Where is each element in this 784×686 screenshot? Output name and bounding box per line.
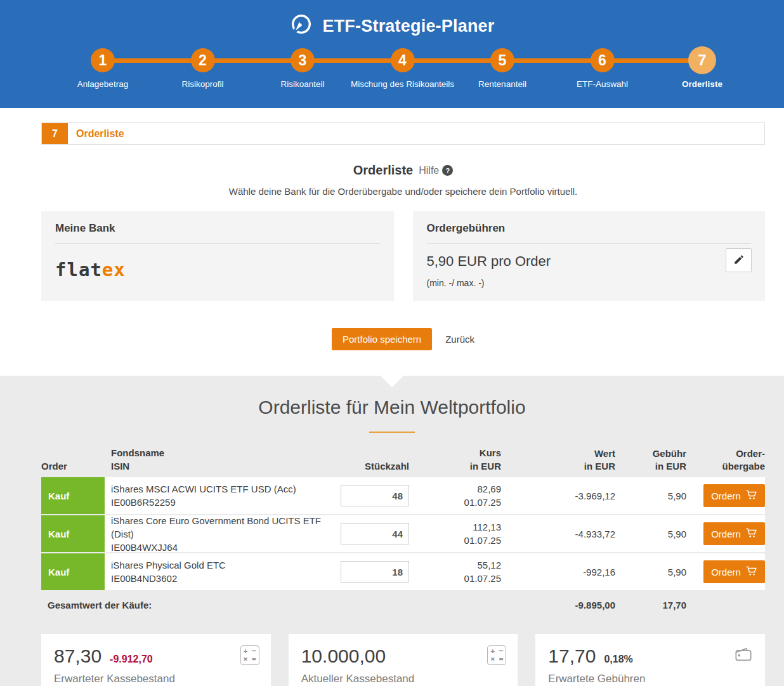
col-header-wert-2: in EUR: [501, 460, 615, 473]
step-etf-auswahl[interactable]: 6 ETF-Auswahl: [555, 48, 650, 89]
total-fee: 17,70: [615, 600, 686, 610]
page-subtitle: Wähle deine Bank für die Orderübergabe u…: [41, 186, 765, 197]
section-header: 7 Orderliste: [41, 122, 765, 145]
col-header-wert-1: Wert: [501, 447, 615, 460]
table-row: Kauf iShares Core Euro Government Bond U…: [41, 515, 765, 552]
order-button[interactable]: Ordern: [703, 560, 765, 583]
order-button-label: Ordern: [711, 567, 741, 577]
table-row: Kauf iShares MSCI ACWI UCITS ETF USD (Ac…: [41, 477, 765, 514]
cart-icon: [746, 527, 757, 541]
order-fees-title: Ordergebühren: [427, 222, 752, 244]
price-date: 01.07.25: [409, 534, 501, 547]
help-link[interactable]: Hilfe ?: [419, 165, 453, 176]
step-circle[interactable]: 1: [91, 48, 115, 72]
help-label: Hilfe: [419, 165, 439, 176]
flatex-logo: flatex: [55, 259, 380, 280]
calculator-icon: + −× =: [487, 645, 506, 665]
col-header-act-2: übergabe: [686, 460, 765, 473]
order-button[interactable]: Ordern: [703, 522, 765, 545]
step-label: Mischung des Risikoanteils: [351, 79, 454, 89]
step-label: Orderliste: [682, 79, 722, 89]
question-mark-icon[interactable]: ?: [442, 165, 453, 176]
price: 55,12: [409, 558, 501, 572]
step-risikoprofil[interactable]: 2 Risikoprofil: [155, 48, 251, 89]
col-header-fund: Fondsname ISIN: [111, 446, 339, 473]
col-header-wert: Wert in EUR: [501, 447, 615, 473]
step-circle[interactable]: 5: [490, 48, 514, 72]
step-circle[interactable]: 6: [591, 48, 615, 72]
buy-badge: Kauf: [41, 477, 105, 514]
pencil-icon: [733, 254, 745, 267]
order-button-label: Ordern: [711, 529, 741, 539]
step-mischung[interactable]: 4 Mischung des Risikoanteils: [355, 48, 450, 89]
section-title: Orderliste: [68, 123, 124, 144]
fee: 5,90: [615, 567, 686, 577]
step-label: Risikoanteil: [280, 79, 324, 89]
expected-fees-card: 17,70 0,18% Erwartete Gebühren: [535, 634, 765, 686]
total-value: -9.895,00: [501, 600, 615, 610]
value: -4.933,72: [501, 529, 615, 539]
fee: 5,90: [615, 529, 686, 539]
quantity-input[interactable]: [341, 561, 409, 583]
page-title: Orderliste: [353, 163, 413, 178]
expected-cash-value: 87,30: [54, 645, 101, 667]
order-table: Order Fondsname ISIN Stückzahl Kurs in E…: [41, 446, 765, 619]
order-fees-box: Ordergebühren 5,90 EUR pro Order (min. -…: [413, 211, 766, 301]
expected-fees-percent: 0,18%: [604, 654, 632, 665]
edit-fee-button[interactable]: [726, 248, 752, 272]
order-button-label: Ordern: [711, 491, 741, 501]
step-orderliste[interactable]: 7 Orderliste: [655, 48, 750, 89]
fund-name: iShares MSCI ACWI UCITS ETF USD (Acc): [111, 482, 339, 496]
cart-icon: [746, 489, 757, 503]
quantity-input[interactable]: [341, 523, 409, 544]
table-row: Kauf iShares Physical Gold ETC IE00B4ND3…: [41, 553, 765, 590]
current-cash-label: Aktueller Kassebestand: [301, 673, 506, 685]
expected-cash-card: 87,30 -9.912,70 Erwarteter Kassebestand …: [41, 634, 271, 686]
value: -3.969,12: [501, 491, 615, 501]
step-circle[interactable]: 3: [291, 48, 315, 72]
step-risikoanteil[interactable]: 3 Risikoanteil: [255, 48, 350, 89]
total-label: Gesamtwert der Käufe:: [41, 600, 339, 610]
expected-fees-value: 17,70: [548, 645, 596, 667]
expected-cash-label: Erwarteter Kassebestand: [54, 673, 258, 685]
expected-cash-delta: -9.912,70: [110, 654, 153, 665]
expected-fees-label: Erwartete Gebühren: [548, 673, 752, 685]
step-circle[interactable]: 4: [391, 48, 415, 72]
value: -992,16: [501, 567, 615, 577]
calculator-icon: + −× =: [240, 645, 259, 665]
step-anlagebetrag[interactable]: 1 Anlagebetrag: [55, 48, 150, 89]
back-button[interactable]: Zurück: [445, 334, 474, 345]
fund-isin: IE00B4WXJJ64: [111, 541, 339, 554]
fee: 5,90: [615, 491, 686, 501]
col-header-isin: ISIN: [111, 459, 339, 473]
save-portfolio-button[interactable]: Portfolio speichern: [332, 328, 432, 350]
fund-isin: IE00B4ND3602: [111, 572, 339, 585]
col-header-fee: Gebühr in EUR: [615, 447, 686, 473]
col-header-kurs-2: in EUR: [409, 459, 501, 473]
title-underline: [369, 432, 415, 433]
step-circle[interactable]: 2: [191, 48, 215, 72]
table-header-row: Order Fondsname ISIN Stückzahl Kurs in E…: [41, 446, 765, 477]
price-date: 01.07.25: [409, 572, 501, 585]
col-header-order: Order: [41, 460, 105, 473]
step-label: Risikoprofil: [181, 79, 223, 89]
flatex-logo-dark: flat: [55, 259, 102, 280]
current-cash-value: 10.000,00: [301, 645, 386, 667]
col-header-qty: Stückzahl: [339, 460, 409, 473]
app-header: ETF-Strategie-Planer 1 Anlagebetrag 2 Ri…: [0, 0, 784, 108]
step-circle[interactable]: 7: [688, 46, 716, 74]
order-button[interactable]: Ordern: [703, 484, 765, 507]
step-label: Anlagebetrag: [77, 79, 128, 89]
current-cash-card: 10.000,00 Aktueller Kassebestand + −× =: [289, 634, 518, 686]
fee-amount: 5,90 EUR pro Order: [427, 253, 752, 270]
col-header-kurs-1: Kurs: [409, 446, 501, 459]
my-bank-box: Meine Bank flatex: [41, 211, 394, 301]
col-header-fondsname: Fondsname: [111, 446, 339, 459]
col-header-fee-2: in EUR: [615, 460, 686, 473]
step-rentenanteil[interactable]: 5 Rentenanteil: [455, 48, 550, 89]
quantity-input[interactable]: [341, 485, 409, 506]
buy-badge: Kauf: [41, 553, 105, 590]
section-number-badge: 7: [42, 123, 68, 144]
gauge-logo-icon: [289, 13, 313, 39]
price: 112,13: [409, 520, 501, 534]
